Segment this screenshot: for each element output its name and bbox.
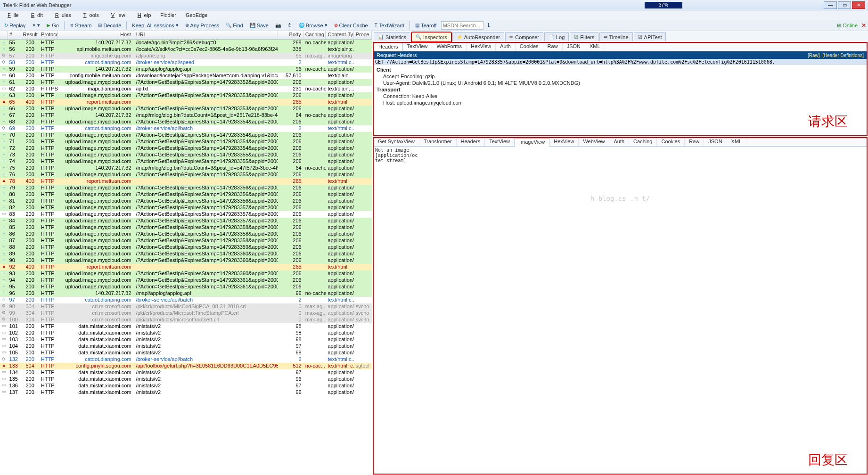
session-row[interactable]: ⚙100304HTTPcrl.microsoft.com/pki/crl/pro… <box>0 317 372 323</box>
session-row[interactable]: ↔59200HTTP140.207.217.32/mapi/applog/app… <box>0 66 372 73</box>
session-row[interactable]: ↔71200HTTPupload.image.myqcloud.com/?Act… <box>0 139 372 145</box>
session-row[interactable]: ▭62200HTTPSmapi.dianping.com/ip.txt231no… <box>0 86 372 92</box>
session-row[interactable]: ↔94200HTTPupload.image.myqcloud.com/?Act… <box>0 277 372 284</box>
col-caching[interactable]: Caching <box>303 31 326 39</box>
help-icon[interactable]: ℹ <box>485 22 492 29</box>
stream-button[interactable]: ↯Stream <box>67 22 94 29</box>
session-row[interactable]: ↔61200HTTPupload.image.myqcloud.com/?Act… <box>0 79 372 86</box>
session-row[interactable]: ↔85200HTTPupload.image.myqcloud.com/?Act… <box>0 224 372 231</box>
req-tab-json[interactable]: JSON <box>563 43 585 51</box>
minimize-button[interactable]: — <box>824 1 837 9</box>
resp-tab-xml[interactable]: XML <box>727 138 747 146</box>
stop-button[interactable]: ✕▾ <box>30 22 42 29</box>
session-row[interactable]: ↔88200HTTPupload.image.myqcloud.com/?Act… <box>0 244 372 251</box>
col-host[interactable]: Host <box>58 31 134 39</box>
session-row[interactable]: ▭60200HTTPconfig.mobile.meituan.com/down… <box>0 73 372 79</box>
resp-tab-json[interactable]: JSON <box>704 138 727 146</box>
textwizard-button[interactable]: TTextWizard <box>372 22 407 29</box>
menu-rules[interactable]: Rules <box>49 12 74 18</box>
session-row[interactable]: ↔84200HTTPupload.image.myqcloud.com/?Act… <box>0 218 372 224</box>
session-row[interactable]: ▲133504HTTPconfig.pinyin.sogou.com/api/t… <box>0 363 372 369</box>
replay-button[interactable]: ↻Replay <box>2 22 28 29</box>
menu-geoedge[interactable]: GeoEdge <box>183 12 210 18</box>
session-row[interactable]: ↔87200HTTPupload.image.myqcloud.com/?Act… <box>0 238 372 244</box>
session-row[interactable]: ↔89200HTTPupload.image.myqcloud.com/?Act… <box>0 251 372 257</box>
menu-fiddler[interactable]: Fiddler <box>157 12 179 18</box>
resp-tab-raw[interactable]: Raw <box>685 138 704 146</box>
session-row[interactable]: ↔96200HTTP140.207.217.32/mapi/applog/app… <box>0 290 372 297</box>
session-row[interactable]: ▭136200HTTPdata.mistat.xiaomi.com/mistat… <box>0 383 372 389</box>
session-row[interactable]: ▲65400HTTPreport.meituan.com265text/html <box>0 99 372 106</box>
tab-filters[interactable]: ☑Filters <box>570 32 598 41</box>
col-body[interactable]: Body <box>278 31 303 39</box>
find-button[interactable]: 🔍Find <box>223 22 245 29</box>
resp-tab-auth[interactable]: Auth <box>609 138 629 146</box>
close-button[interactable]: ✕ <box>852 1 865 9</box>
msdn-search-input[interactable] <box>441 21 483 30</box>
any-process-button[interactable]: ⊕Any Process <box>183 22 222 29</box>
session-row[interactable]: ↔56200HTTPapi.mobile.meituan.com/locate/… <box>0 46 372 53</box>
session-row[interactable]: ↔73200HTTPupload.image.myqcloud.com/?Act… <box>0 152 372 158</box>
save-button[interactable]: 💾Save <box>247 22 271 29</box>
session-row[interactable]: ▭105200HTTPdata.mistat.xiaomi.com/mistat… <box>0 350 372 356</box>
timer-button[interactable]: ⏱ <box>285 22 295 28</box>
req-tab-cookies[interactable]: Cookies <box>516 43 543 51</box>
session-row[interactable]: ↔76200HTTPupload.image.myqcloud.com/?Act… <box>0 172 372 178</box>
col-result[interactable]: Result <box>21 31 39 39</box>
session-row[interactable]: ⚙57200HTTPimgcache.qq.com/zljk/one.png95… <box>0 53 372 59</box>
session-row[interactable]: ▭83200HTTPupload.image.myqcloud.com/?Act… <box>0 211 372 218</box>
session-row[interactable]: ↔74200HTTPupload.image.myqcloud.com/?Act… <box>0 158 372 165</box>
menu-help[interactable]: Help <box>132 12 154 18</box>
tearoff-button[interactable]: ▤Tearoff <box>413 22 439 29</box>
session-row[interactable]: ◇69200HTTPcatdot.dianping.com/broker-ser… <box>0 125 372 132</box>
session-row[interactable]: ▭103200HTTPdata.mistat.xiaomi.com/mistat… <box>0 336 372 343</box>
resp-tab-webview[interactable]: WebView <box>579 138 609 146</box>
maximize-button[interactable]: ▭ <box>838 1 851 9</box>
resp-tab-syntaxview[interactable]: Get SyntaxView <box>374 138 419 146</box>
session-row[interactable]: ↔67200HTTP140.207.217.32/mapi/mlog/zlog.… <box>0 112 372 119</box>
session-row[interactable]: ↔68200HTTPupload.image.myqcloud.com/?Act… <box>0 119 372 125</box>
keep-sessions-dropdown[interactable]: Keep: All sessions ▾ <box>130 22 180 29</box>
col-url[interactable]: URL <box>134 31 278 39</box>
session-row[interactable]: ↔66200HTTPupload.image.myqcloud.com/?Act… <box>0 106 372 112</box>
session-row[interactable]: ▲78400HTTPreport.meituan.com265text/html <box>0 178 372 185</box>
tab-composer[interactable]: ✏Composer <box>505 32 543 41</box>
tab-apitest[interactable]: ☑APITest <box>634 32 666 41</box>
req-tab-headers[interactable]: Headers <box>374 43 403 51</box>
session-row[interactable]: ↔86200HTTPupload.image.myqcloud.com/?Act… <box>0 231 372 238</box>
session-row[interactable]: ▭134200HTTPdata.mistat.xiaomi.com/mistat… <box>0 369 372 376</box>
menu-view[interactable]: View <box>106 12 128 18</box>
toolbar-close-icon[interactable]: ✕ <box>861 22 866 29</box>
session-row[interactable]: ◇58200HTTPcatdot.dianping.com/broker-ser… <box>0 59 372 66</box>
session-row[interactable]: ↔55200HTTP140.207.217.32/locate/rgc.bin?… <box>0 40 372 46</box>
menu-tools[interactable]: Tools <box>78 12 102 18</box>
session-row[interactable]: ◇97200HTTPcatdot.dianping.com/broker-ser… <box>0 297 372 303</box>
menu-edit[interactable]: Edit <box>25 12 46 18</box>
session-row[interactable]: ↔70200HTTPupload.image.myqcloud.com/?Act… <box>0 132 372 139</box>
req-tab-auth[interactable]: Auth <box>496 43 516 51</box>
req-tab-hexview[interactable]: HexView <box>467 43 496 51</box>
session-row[interactable]: ↔95200HTTPupload.image.myqcloud.com/?Act… <box>0 284 372 290</box>
col-process[interactable]: Proce <box>354 31 372 39</box>
session-grid-body[interactable]: ↔55200HTTP140.207.217.32/locate/rgc.bin?… <box>0 40 372 475</box>
session-row[interactable]: ▭101200HTTPdata.mistat.xiaomi.com/mistat… <box>0 323 372 330</box>
session-row[interactable]: ▭135200HTTPdata.mistat.xiaomi.com/mistat… <box>0 376 372 383</box>
resp-tab-cookies[interactable]: Cookies <box>657 138 685 146</box>
decode-button[interactable]: ⊞Decode <box>96 22 123 29</box>
resp-tab-caching[interactable]: Caching <box>629 138 657 146</box>
session-row[interactable]: ↔79200HTTPupload.image.myqcloud.com/?Act… <box>0 185 372 191</box>
req-tab-xml[interactable]: XML <box>585 43 605 51</box>
header-defs-link[interactable]: [Header Definitions] <box>822 53 864 58</box>
col-protocol[interactable]: Protocol <box>39 31 58 39</box>
resp-tab-hexview[interactable]: HexView <box>549 138 579 146</box>
tab-statistics[interactable]: 📊Statistics <box>374 32 410 41</box>
session-row[interactable]: ⚙99304HTTPcrl.microsoft.com/pki/crl/prod… <box>0 310 372 317</box>
col-id[interactable]: # <box>8 31 21 39</box>
menu-file[interactable]: File <box>2 12 22 18</box>
req-tab-webforms[interactable]: WebForms <box>432 43 467 51</box>
session-row[interactable]: ▭104200HTTPdata.mistat.xiaomi.com/mistat… <box>0 343 372 350</box>
tab-inspectors[interactable]: 🔍Inspectors <box>411 32 451 41</box>
session-row[interactable]: ⚙98304HTTPcrl.microsoft.com/pki/crl/prod… <box>0 303 372 310</box>
session-row[interactable]: ◇132200HTTPcatdot.dianping.com/broker-se… <box>0 356 372 363</box>
resp-tab-headers[interactable]: Headers <box>457 138 485 146</box>
